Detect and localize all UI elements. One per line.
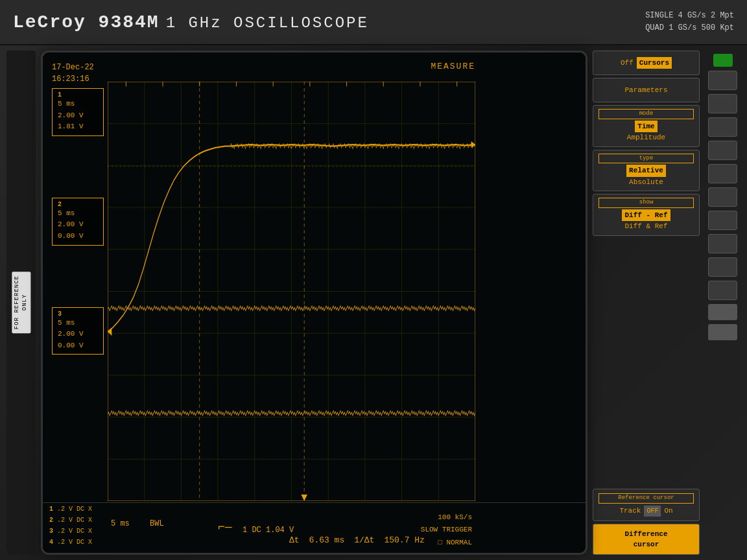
ch2-offset: 0.00 V xyxy=(58,231,98,242)
hw-btn-10[interactable] xyxy=(708,281,737,300)
off-label: Off xyxy=(621,58,634,69)
right-menu-panel: Off Cursors Parameters mode Time Amplitu… xyxy=(593,51,700,555)
ref-cursor-button[interactable]: Reference cursor Track OFF On xyxy=(593,489,700,521)
left-panel: FOR REFERENCEONLY xyxy=(6,51,36,555)
mode-section-label: mode xyxy=(599,109,694,119)
channel-2-box: 2 5 ms 2.00 V 0.00 V xyxy=(52,198,104,246)
freq-label: 1/Δt xyxy=(354,535,374,545)
reference-label: FOR REFERENCEONLY xyxy=(12,272,30,333)
timebase-display: 5 ms xyxy=(111,519,130,528)
ch3-volts: 2.00 V xyxy=(58,329,98,340)
brand-model: LeCroy 9384M 1 GHz OSCILLOSCOPE xyxy=(13,12,369,32)
difference-cursor-button[interactable]: Difference cursor xyxy=(593,524,700,555)
channel-boxes: 1 5 ms 2.00 V 1.81 V 2 5 ms 2.00 V 0.00 … xyxy=(52,88,104,355)
trigger-info: 100 kS/s SLOW TRIGGER □ NORMAL xyxy=(421,511,472,550)
cursor-right-marker xyxy=(471,141,475,148)
freq-value: 150.7 Hz xyxy=(384,535,424,545)
hw-btn-7[interactable] xyxy=(708,211,737,230)
spec-info: SINGLE 4 GS/s 2 Mpt QUAD 1 GS/s 500 Kpt xyxy=(645,10,734,34)
type-section-label: type xyxy=(599,154,694,164)
spec-single: SINGLE 4 GS/s 2 Mpt xyxy=(645,10,734,22)
channel-list-bottom: 1 .2 V DC X 2 .2 V DC X 3 .2 V DC X 4 .2… xyxy=(49,504,92,548)
oscilloscope-body: LeCroy 9384M 1 GHz OSCILLOSCOPE SINGLE 4… xyxy=(0,0,747,560)
ch1-volts: 2.00 V xyxy=(58,110,98,122)
time-display: 16:23:16 xyxy=(52,73,94,85)
hw-btn-3[interactable] xyxy=(708,117,737,137)
track-label: Track xyxy=(619,506,641,517)
delta-display: Δt 6.63 ms 1/Δt 150.7 Hz xyxy=(289,535,425,545)
channel-1-box: 1 5 ms 2.00 V 1.81 V xyxy=(52,88,104,136)
show-section-label: show xyxy=(599,198,694,208)
delta-t-value: 6.63 ms xyxy=(309,535,345,545)
bottom-status-bar: 5 ms BWL 1 .2 V DC X 2 .2 V DC X 3 .2 V … xyxy=(43,502,586,553)
ch1-offset: 1.81 V xyxy=(58,121,98,133)
trigger-symbol: ⌐— xyxy=(218,520,232,533)
type-button[interactable]: type Relative Absolute xyxy=(593,150,700,192)
cursor-left-marker xyxy=(108,327,112,335)
parameters-button[interactable]: Parameters xyxy=(593,78,700,102)
mode-button[interactable]: mode Time Amplitude xyxy=(593,105,700,147)
cursor-bottom-marker xyxy=(301,495,307,501)
ch3-timebase: 5 ms xyxy=(58,318,98,329)
ch2-bottom: 2 .2 V DC X xyxy=(49,515,92,526)
delta-t-label: Δt xyxy=(289,535,300,545)
ch1-bottom: 1 .2 V DC X xyxy=(49,504,92,515)
time-highlighted: Time xyxy=(635,121,657,133)
hw-btn-4[interactable] xyxy=(708,141,737,160)
diff-ref-highlighted: Diff - Ref xyxy=(622,209,670,222)
channel-3-box: 3 5 ms 2.00 V 0.00 V xyxy=(52,307,104,355)
datetime-display: 17-Dec-22 16:23:16 xyxy=(52,62,94,85)
date-display: 17-Dec-22 xyxy=(52,62,94,73)
dc-coupling-info: 1 DC 1.04 V xyxy=(243,526,294,535)
diff-and-ref-label: Diff & Ref xyxy=(624,221,667,232)
hw-btn-bottom-1[interactable] xyxy=(708,304,737,320)
measure-label: MEASURE xyxy=(431,62,475,71)
ref-cursor-section-label: Reference cursor xyxy=(599,493,694,504)
oscilloscope-screen: 17-Dec-22 16:23:16 MEASURE 1 5 ms 2.00 V… xyxy=(41,51,587,555)
relative-highlighted: Relative xyxy=(626,165,666,177)
difference-label: Difference xyxy=(624,529,667,540)
model-desc: 1 GHz OSCILLOSCOPE xyxy=(166,14,369,32)
cursor-label: cursor xyxy=(634,539,659,550)
cursors-highlighted: Cursors xyxy=(637,57,672,69)
screen-inner: 17-Dec-22 16:23:16 MEASURE 1 5 ms 2.00 V… xyxy=(43,52,586,553)
ch3-offset: 0.00 V xyxy=(58,340,98,352)
hw-btn-8[interactable] xyxy=(708,234,737,253)
ch2-timebase: 5 ms xyxy=(58,208,98,220)
waveform-display: 1 2 3 xyxy=(108,82,475,501)
hw-btn-bottom-2[interactable] xyxy=(708,324,737,340)
absolute-label: Absolute xyxy=(629,177,663,188)
hw-btn-2[interactable] xyxy=(708,94,737,113)
hardware-buttons-panel xyxy=(705,51,741,555)
main-area: FOR REFERENCEONLY 17-Dec-22 16:23:16 MEA… xyxy=(0,45,747,560)
header-bar: LeCroy 9384M 1 GHz OSCILLOSCOPE SINGLE 4… xyxy=(0,0,747,45)
hw-btn-9[interactable] xyxy=(708,257,737,277)
spec-quad: QUAD 1 GS/s 500 Kpt xyxy=(645,22,734,34)
hw-btn-6[interactable] xyxy=(708,187,737,207)
ch2-volts: 2.00 V xyxy=(58,219,98,231)
sample-rate: 100 kS/s xyxy=(421,511,472,524)
ch1-timebase: 5 ms xyxy=(58,99,98,110)
bwl-display: BWL xyxy=(150,519,164,528)
hw-btn-green[interactable] xyxy=(713,54,733,67)
ch3-bottom: 3 .2 V DC X xyxy=(49,526,92,537)
brand-name: LeCroy 9384M xyxy=(13,12,160,32)
off-track-label: OFF xyxy=(644,506,661,517)
cursors-button[interactable]: Off Cursors xyxy=(593,51,700,75)
amplitude-label: Amplitude xyxy=(627,132,665,143)
show-button[interactable]: show Diff - Ref Diff & Ref xyxy=(593,194,700,236)
trigger-type: □ NORMAL xyxy=(421,537,472,550)
hw-btn-5[interactable] xyxy=(708,164,737,183)
hw-btn-1[interactable] xyxy=(708,71,737,90)
on-label: On xyxy=(664,506,672,517)
trigger-mode: SLOW TRIGGER xyxy=(421,524,472,537)
parameters-label: Parameters xyxy=(624,85,667,96)
ch4-bottom: 4 .2 V DC X xyxy=(49,537,92,548)
